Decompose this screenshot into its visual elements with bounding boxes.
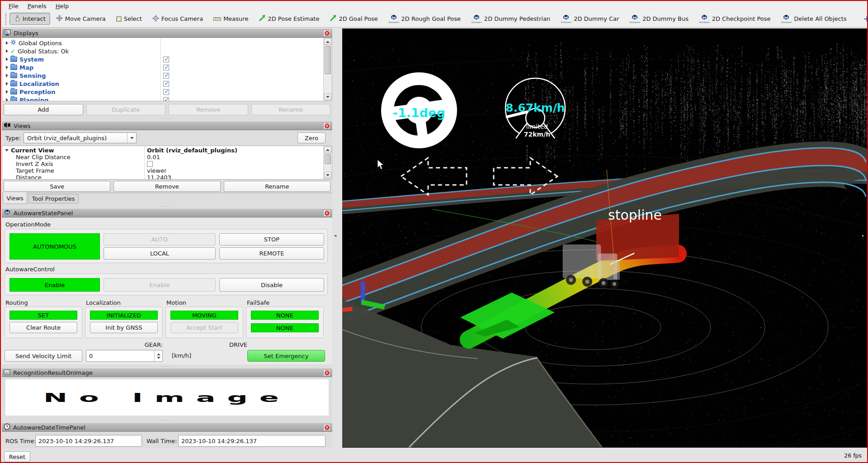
views-panel-header[interactable]: Views ✕ — [2, 121, 332, 130]
tree-row-localization[interactable]: Localization — [2, 80, 332, 88]
tab-tool-properties[interactable]: Tool Properties — [28, 194, 79, 203]
focus-camera-tool-button[interactable]: Focus Camera — [148, 13, 208, 25]
operation-mode-remote-button[interactable]: REMOTE — [219, 247, 324, 260]
operation-mode-local-button[interactable]: LOCAL — [104, 247, 216, 260]
visibility-checkbox[interactable] — [163, 57, 169, 62]
operation-mode-stop-button[interactable]: STOP — [219, 233, 324, 246]
close-displays-button[interactable]: ✕ — [323, 30, 330, 37]
expand-arrow-icon[interactable] — [6, 98, 8, 101]
save-view-button[interactable]: Save — [4, 181, 110, 192]
prop-row-distance[interactable]: Distance 11.2403 — [2, 174, 332, 180]
visibility-checkbox[interactable] — [163, 97, 169, 102]
measure-tool-button[interactable]: Measure — [209, 13, 253, 24]
dummy-car-tool-button[interactable]: Autoware 2D Dummy Car — [556, 12, 623, 26]
rename-display-button[interactable]: Rename — [251, 104, 331, 115]
close-views-button[interactable]: ✕ — [323, 123, 330, 129]
menu-panels[interactable]: Panels — [24, 2, 50, 10]
pose-estimate-tool-button[interactable]: 2D Pose Estimate — [254, 13, 324, 25]
init-by-gnss-button[interactable]: Init by GNSS — [90, 322, 158, 333]
reset-button[interactable]: Reset — [4, 451, 30, 462]
displays-panel-header[interactable]: Displays ✕ — [2, 28, 332, 38]
tree-row-map[interactable]: Map — [2, 63, 332, 71]
rename-view-button[interactable]: Rename — [224, 181, 330, 192]
tree-row-system[interactable]: System — [2, 55, 332, 63]
tree-row-planning[interactable]: Planning — [2, 96, 332, 101]
dummy-bus-tool-button[interactable]: Autoware 2D Dummy Bus — [625, 12, 693, 26]
expand-arrow-icon[interactable] — [6, 90, 8, 94]
datetime-panel-header[interactable]: AutowareDateTimePanel ✕ — [2, 423, 332, 432]
tree-row-perception[interactable]: Perception — [2, 88, 332, 96]
displays-scrollbar[interactable] — [323, 38, 332, 101]
tab-views[interactable]: Views — [3, 193, 27, 204]
add-display-button[interactable]: Add — [4, 104, 83, 115]
velocity-limit-spinbox[interactable]: 0 — [86, 350, 163, 362]
views-property-tree[interactable]: Current View Orbit (rviz_default_plugins… — [2, 146, 332, 180]
close-datetime-button[interactable]: ✕ — [323, 424, 330, 431]
expand-arrow-icon[interactable] — [6, 82, 8, 85]
expand-arrow-icon[interactable] — [6, 66, 8, 69]
expand-arrow-icon[interactable] — [6, 49, 8, 53]
collapse-left-handle[interactable]: ◂ — [334, 233, 336, 238]
expand-arrow-icon[interactable] — [6, 41, 8, 45]
invert-z-checkbox[interactable] — [147, 161, 153, 167]
toolbar-drag-handle[interactable] — [5, 13, 7, 25]
wall-time-field[interactable]: 2023-10-10 14:29:26.137 — [178, 435, 326, 447]
clear-route-button[interactable]: Clear Route — [9, 322, 77, 333]
displays-tree[interactable]: Global Options ✓ Global Status: Ok Syste… — [2, 38, 332, 101]
visibility-checkbox[interactable] — [163, 81, 169, 87]
recognition-panel-header[interactable]: RecognitionResultOnImage ✕ — [2, 368, 332, 377]
close-state-panel-button[interactable]: ✕ — [323, 210, 330, 217]
scroll-down-icon[interactable] — [324, 172, 331, 179]
rough-goal-pose-tool-button[interactable]: Autoware 2D Rough Goal Pose — [384, 12, 465, 26]
control-enable-button[interactable]: Enable — [104, 278, 216, 292]
tree-row-global-options[interactable]: Global Options — [2, 39, 332, 47]
delete-all-objects-tool-button[interactable]: Autoware Delete All Objects — [777, 12, 851, 26]
3d-viewport[interactable]: stopline -1.1deg — [342, 28, 868, 448]
scrollbar-thumb[interactable] — [325, 154, 331, 164]
ros-time-field[interactable]: 2023-10-10 14:29:26.137 — [35, 435, 142, 447]
spinner-arrows-icon[interactable] — [154, 350, 162, 361]
scroll-up-icon[interactable] — [324, 38, 331, 45]
view-type-dropdown[interactable]: Orbit (rviz_default_plugins) — [24, 132, 137, 143]
checkpoint-pose-tool-button[interactable]: Autoware 2D Checkpoint Pose — [694, 12, 775, 26]
close-recognition-button[interactable]: ✕ — [323, 369, 330, 376]
visibility-checkbox[interactable] — [163, 65, 169, 71]
scroll-up-icon[interactable] — [324, 146, 331, 153]
tree-row-sensing[interactable]: Sensing — [2, 71, 332, 80]
duplicate-display-button[interactable]: Duplicate — [86, 104, 166, 115]
interact-tool-button[interactable]: Interact — [9, 13, 50, 25]
add-tool-button[interactable]: + — [859, 14, 868, 23]
scrollbar-thumb[interactable] — [325, 46, 331, 74]
send-velocity-limit-button[interactable]: Send Velocity Limit — [5, 350, 82, 362]
splitter-handle[interactable] — [2, 117, 332, 120]
operation-mode-autonomous-button[interactable]: AUTONOMOUS — [9, 233, 100, 260]
collapse-right-handle[interactable]: ▸ — [862, 233, 864, 238]
tree-row-global-status[interactable]: ✓ Global Status: Ok — [2, 47, 332, 55]
views-scrollbar[interactable] — [323, 146, 332, 179]
dummy-pedestrian-tool-button[interactable]: Autoware 2D Dummy Pedestrian — [467, 12, 555, 26]
prop-row-near-clip[interactable]: Near Clip Distance 0.01 — [2, 154, 332, 161]
prop-row-target-frame[interactable]: Target Frame viewer — [2, 167, 332, 174]
control-disable-button[interactable]: Disable — [219, 278, 324, 292]
zero-view-button[interactable]: Zero — [297, 132, 326, 143]
splitter-handle[interactable] — [2, 419, 332, 422]
menu-file[interactable]: File — [5, 2, 22, 10]
select-tool-button[interactable]: Select — [112, 13, 146, 24]
scroll-down-icon[interactable] — [324, 94, 331, 100]
set-emergency-button[interactable]: Set Emergency — [247, 350, 325, 362]
visibility-checkbox[interactable] — [163, 73, 169, 79]
expand-arrow-icon[interactable] — [6, 57, 8, 61]
operation-mode-auto-button[interactable]: AUTO — [104, 233, 216, 246]
remove-display-button[interactable]: Remove — [169, 104, 248, 115]
accept-start-button[interactable]: Accept Start — [170, 322, 238, 333]
remove-view-button[interactable]: Remove — [113, 181, 220, 192]
autoware-state-panel-header[interactable]: AutowareStatePanel ✕ — [2, 208, 332, 217]
expand-arrow-icon[interactable] — [6, 74, 8, 77]
collapse-arrow-icon[interactable] — [5, 149, 9, 151]
move-camera-tool-button[interactable]: Move Camera — [52, 13, 110, 25]
prop-row-current-view[interactable]: Current View Orbit (rviz_default_plugins… — [2, 147, 332, 154]
visibility-checkbox[interactable] — [163, 89, 169, 95]
goal-pose-tool-button[interactable]: 2D Goal Pose — [325, 13, 382, 25]
splitter-handle[interactable] — [2, 205, 332, 208]
prop-row-invert-z[interactable]: Invert Z Axis — [2, 161, 332, 167]
